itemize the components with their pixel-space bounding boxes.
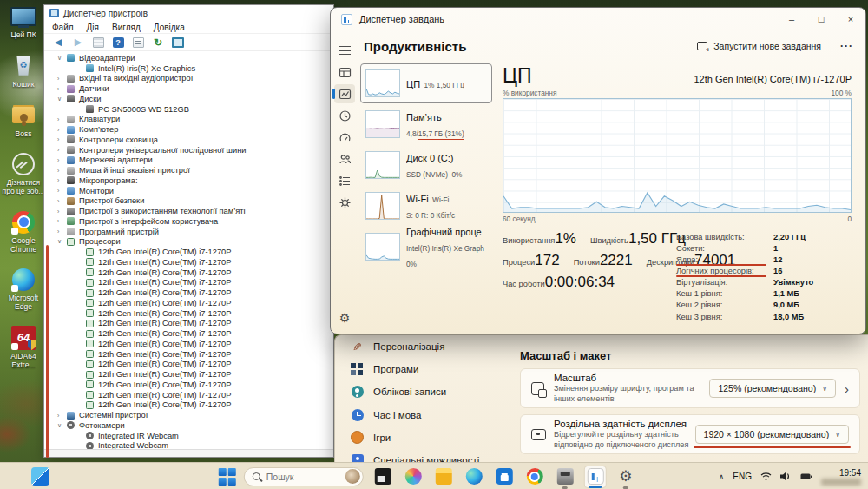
minimize-button[interactable]: – [777,8,806,30]
device-tree-item[interactable]: Intel(R) Iris(R) Xe Graphics [44,63,333,74]
device-tree-item[interactable]: 12th Gen Intel(R) Core(TM) i7-1270P [44,268,333,278]
expander-icon[interactable]: › [57,208,67,215]
device-tree-item[interactable]: 12th Gen Intel(R) Core(TM) i7-1270P [44,339,333,349]
expander-icon[interactable]: › [57,188,67,194]
chrome-icon[interactable] [523,466,546,488]
expander-icon[interactable]: › [57,86,67,92]
search-input[interactable] [266,472,336,482]
device-tree-item[interactable]: ∨ Фотокамери [44,420,333,431]
microsoft-store-icon[interactable] [493,466,516,488]
users-icon[interactable] [334,149,355,169]
expander-icon[interactable]: › [57,136,67,142]
device-tree-item[interactable]: 12th Gen Intel(R) Core(TM) i7-1270P [44,369,333,380]
recycle-bin-icon[interactable]: Кошик [1,53,46,89]
settings-sidebar-item[interactable]: Облікові записи [347,380,508,403]
task-manager-icon[interactable] [584,466,607,488]
menu-item[interactable]: Дія [87,23,99,32]
start-button[interactable] [219,468,236,486]
performance-tile[interactable]: Пам’ять 4,8/15,7 ГБ (31%) [360,104,492,144]
menu-item[interactable]: Файл [52,23,74,32]
app-history-icon[interactable] [334,106,355,125]
expander-icon[interactable]: ∨ [57,96,67,102]
performance-tile[interactable]: Графічний проце Intel(R) Iris(R) Xe Grap… [360,227,492,267]
chevron-right-icon[interactable]: › [845,381,849,396]
run-new-task-button[interactable]: Запустити нове завдання [690,36,828,56]
device-tree-item[interactable]: › Мережеві адаптери [44,155,333,166]
wifi-icon[interactable] [760,472,772,481]
device-tree-item[interactable]: Integrated IR Webcam [44,431,333,441]
clock[interactable]: 19:54 [821,468,861,486]
device-tree-item[interactable]: › Монітори [44,186,333,196]
widgets-icon[interactable] [31,467,49,486]
menu-item[interactable]: Довідка [154,23,185,32]
startup-apps-icon[interactable] [334,128,355,147]
device-tree-item[interactable]: › Миша й інші вказівні пристрої [44,165,333,175]
cpu-usage-graph[interactable] [503,98,852,213]
device-tree-item[interactable]: › Контролери сховища [44,135,333,145]
processes-icon[interactable] [334,63,355,82]
device-tree-item[interactable]: ∨ Диски [44,94,333,104]
device-tree-item[interactable]: 12th Gen Intel(R) Core(TM) i7-1270P [44,380,333,390]
device-tree-item[interactable]: Integrated Webcam [44,441,333,450]
expander-icon[interactable]: › [57,127,67,133]
services-icon[interactable] [334,193,355,212]
device-tree-item[interactable]: › Мікропрограма: [44,175,333,186]
scan-hardware-icon[interactable]: ↻ [151,36,165,49]
learn-about-image-icon[interactable]: Дізнатися про це зоб... [1,151,46,196]
expander-icon[interactable]: ∨ [57,422,67,429]
volume-icon[interactable] [780,472,792,481]
menu-item[interactable]: Вигляд [112,23,141,32]
expander-icon[interactable]: › [57,168,67,174]
devices-icon[interactable] [171,36,185,49]
expander-icon[interactable]: › [57,177,67,183]
boss-folder-icon[interactable]: Boss [1,102,46,139]
settings-sidebar-item[interactable]: Програми [347,358,508,380]
device-manager-icon[interactable] [554,466,576,488]
device-tree-item[interactable]: 12th Gen Intel(R) Core(TM) i7-1270P [44,298,333,308]
expander-icon[interactable]: › [57,228,67,235]
back-icon[interactable]: ◀ [51,36,65,49]
performance-tile[interactable]: Wi-Fi Wi-Fi S: 0 R: 0 Кбіт/с [360,186,492,226]
device-tree-item[interactable]: ∨ Процесори [44,237,333,248]
google-chrome-icon[interactable]: Google Chrome [1,209,46,254]
device-tree-item[interactable]: 12th Gen Intel(R) Core(TM) i7-1270P [44,360,333,370]
device-tree-item[interactable]: › Комп’ютер [44,124,333,135]
hamburger-menu-icon[interactable] [334,41,355,60]
help-icon[interactable]: ? [111,36,125,49]
device-tree-item[interactable]: PC SN5000S WD 512GB [44,104,333,115]
device-tree-item[interactable]: › Системні пристрої [44,410,333,420]
settings-icon[interactable] [615,466,637,488]
device-tree-item[interactable]: 12th Gen Intel(R) Core(TM) i7-1270P [44,390,333,400]
device-tree-item[interactable]: › Пристрої з використанням технології па… [44,206,333,216]
close-button[interactable]: × [836,8,865,30]
device-tree-item[interactable]: ∨ Відеоадаптери [44,53,333,63]
device-tree-item[interactable]: 12th Gen Intel(R) Core(TM) i7-1270P [44,319,333,329]
language-indicator[interactable]: ENG [733,472,752,481]
copilot-icon[interactable] [402,466,424,488]
expander-icon[interactable]: › [57,116,67,122]
expander-icon[interactable]: › [57,413,67,419]
expander-icon[interactable]: › [57,157,67,163]
device-tree-item[interactable]: 12th Gen Intel(R) Core(TM) i7-1270P [44,247,333,257]
forward-icon[interactable]: ▶ [71,36,85,49]
expander-icon[interactable]: › [57,218,67,224]
more-options-button[interactable]: ··· [840,40,853,52]
settings-gear-icon[interactable]: ⚙ [339,311,351,325]
file-explorer-icon[interactable] [432,466,455,488]
performance-tile[interactable]: ЦП 1% 1,50 ГГц [360,63,492,103]
maximize-button[interactable]: □ [806,8,836,30]
expander-icon[interactable]: › [57,147,67,153]
properties-icon[interactable] [131,36,145,49]
device-tree-item[interactable]: › Клавіатури [44,115,333,125]
settings-dropdown[interactable]: 1920 × 1080 (рекомендовано) [695,425,849,444]
device-tree-item[interactable]: › Пристрої безпеки [44,196,333,207]
hidden-icons-chevron-icon[interactable]: ∧ [719,472,725,481]
device-tree-item[interactable]: › Датчики [44,83,333,94]
device-tree-item[interactable]: › Вхідні та вихідні аудіопристрої [44,74,333,84]
device-tree-item[interactable]: 12th Gen Intel(R) Core(TM) i7-1270P [44,349,333,360]
task-view-icon[interactable] [372,466,394,488]
device-tree-item[interactable]: 12th Gen Intel(R) Core(TM) i7-1270P [44,287,333,298]
aida64-icon[interactable]: AIDA64 Extre... [1,325,46,370]
task-manager-titlebar[interactable]: Диспетчер завдань – □ × [331,8,865,30]
device-manager-titlebar[interactable]: Диспетчер пристроїв [44,5,333,21]
